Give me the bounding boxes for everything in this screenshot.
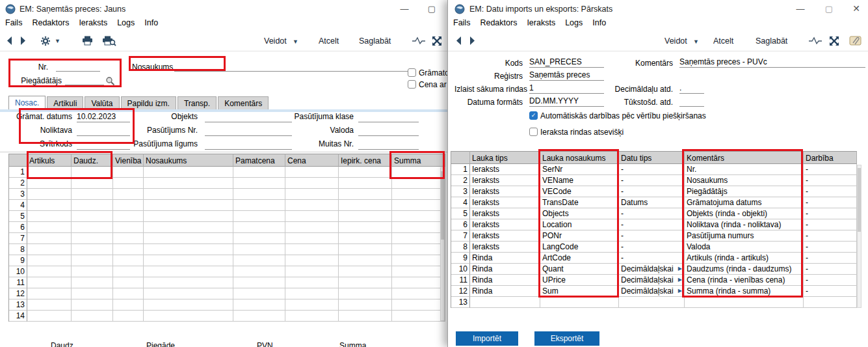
table-cell[interactable]: PONr [540,230,619,242]
table-cell[interactable] [233,277,285,288]
table-cell[interactable] [27,311,72,322]
checkbox-box-icon[interactable] [408,68,416,77]
table-cell[interactable] [27,266,72,277]
table-cell[interactable] [72,288,113,299]
table-cell[interactable] [804,297,857,308]
row-number[interactable]: 8 [451,242,470,253]
row-number[interactable]: 13 [9,299,27,311]
row-number[interactable]: 11 [9,277,27,288]
table-cell[interactable] [285,222,339,233]
row-number[interactable]: 11 [451,275,470,286]
table-cell[interactable] [113,200,144,211]
table-cell[interactable] [72,167,113,178]
close-button[interactable]: ✕ [847,2,865,16]
table-cell[interactable]: Ieraksts [470,242,540,253]
table-cell[interactable]: Rinda [470,286,540,297]
row-number[interactable]: 10 [451,264,470,275]
table-cell[interactable] [72,211,113,222]
table-cell[interactable] [339,244,392,255]
table-cell[interactable] [392,266,445,277]
registrs-input[interactable]: Saņemtās preces [529,70,604,81]
table-cell[interactable] [392,222,445,233]
valoda-input[interactable] [358,126,419,136]
table-cell[interactable]: Valoda [685,242,804,253]
row-number[interactable]: 10 [9,266,27,277]
menu-item-redaktors[interactable]: Redaktors [32,18,69,27]
forward-icon[interactable] [469,36,477,48]
checkbox-cena-ar-pvn[interactable]: Cena ar P [408,80,447,89]
table-cell[interactable] [233,244,285,255]
maximize-button[interactable]: ▢ [423,2,441,16]
table-cell[interactable]: UPrice [540,275,619,286]
table-cell[interactable] [72,299,113,311]
table-cell[interactable]: VEName [540,175,619,186]
table-cell[interactable] [339,255,392,266]
table-cell[interactable]: Grāmatojuma datums [685,197,804,208]
table-cell[interactable]: Rinda [470,275,540,286]
table-cell[interactable] [285,178,339,189]
table-cell[interactable] [144,189,233,200]
table-cell[interactable] [27,233,72,244]
table-cell[interactable]: Decimāldaļskai▶ [619,275,685,286]
table-cell[interactable] [113,299,144,311]
table-cell[interactable]: Rinda [470,253,540,264]
table-cell[interactable] [233,189,285,200]
table-cell[interactable] [392,233,445,244]
table-cell[interactable] [470,297,540,308]
izlaist-input[interactable]: 1 [529,83,604,94]
table-cell[interactable] [233,211,285,222]
pasutijuma-klase-input[interactable] [358,112,419,122]
table-cell[interactable]: - [619,175,685,186]
row-number[interactable]: 4 [9,200,27,211]
table-cell[interactable]: Ieraksts [470,197,540,208]
table-cell[interactable]: - [804,230,857,242]
row-number[interactable]: 1 [451,164,470,175]
piegadatajs-input[interactable] [65,75,104,85]
table-cell[interactable] [233,255,285,266]
table-cell[interactable] [113,244,144,255]
table-cell[interactable] [72,255,113,266]
table-cell[interactable]: Decimāldaļskai▶ [619,264,685,275]
objekts-input[interactable] [205,112,292,122]
table-cell[interactable]: - [619,208,685,219]
table-cell[interactable] [233,167,285,178]
table-cell[interactable] [144,266,233,277]
table-cell[interactable] [285,277,339,288]
back-icon[interactable] [5,36,13,48]
table-cell[interactable] [27,167,72,178]
veidot-caret-icon[interactable]: ▼ [293,38,298,45]
komentars-input[interactable]: Saņemtās preces - PUVc [679,57,865,68]
expand-icon[interactable] [829,36,839,48]
table-cell[interactable] [113,189,144,200]
table-cell[interactable] [339,277,392,288]
table-cell[interactable] [392,277,445,288]
noliktava-input[interactable] [77,126,130,136]
table-cell[interactable] [392,189,445,200]
tab-valūta[interactable]: Valūta [85,96,119,110]
table-cell[interactable]: Ieraksts [470,164,540,175]
pasutijums-nr-input[interactable] [205,126,292,136]
table-cell[interactable] [144,233,233,244]
table-cell[interactable] [392,178,445,189]
table-cell[interactable] [72,311,113,322]
print-icon[interactable] [82,36,93,48]
menu-item-fails[interactable]: Fails [453,18,470,27]
table-cell[interactable]: Artikuls (rinda - artikuls) [685,253,804,264]
table-cell[interactable]: - [804,164,857,175]
table-cell[interactable] [27,222,72,233]
table-cell[interactable] [339,311,392,322]
tab-komentārs[interactable]: Komentārs [218,96,269,110]
tab-artikuli[interactable]: Artikuli [47,96,83,110]
table-cell[interactable]: - [804,253,857,264]
row-number[interactable]: 7 [451,230,470,242]
table-cell[interactable] [339,299,392,311]
row-number[interactable]: 7 [9,233,27,244]
row-number[interactable]: 9 [451,253,470,264]
table-cell[interactable]: Ieraksts [470,208,540,219]
table-cell[interactable] [233,178,285,189]
back-icon[interactable] [454,36,462,48]
table-cell[interactable] [339,233,392,244]
row-number[interactable]: 1 [9,167,27,178]
row-number[interactable]: 6 [451,219,470,230]
checkbox-box-icon[interactable] [529,128,538,136]
